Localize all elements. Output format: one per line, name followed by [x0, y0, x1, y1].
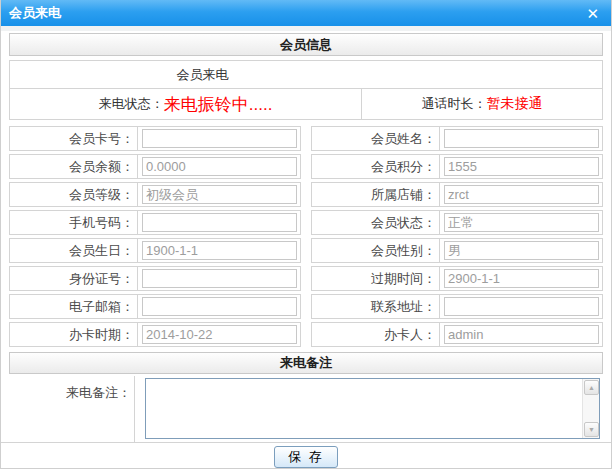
member-call-dialog: 会员来电 ✕ 会员信息 会员来电 来电状态： 来电振铃中..... 通话时长： … [0, 0, 612, 469]
field-label: 办卡时期： [10, 323, 138, 346]
titlebar: 会员来电 ✕ [1, 0, 611, 26]
form-row: 手机号码： [9, 210, 301, 235]
call-duration-cell: 通话时长： 暂未接通 [362, 89, 602, 119]
address-input[interactable] [444, 297, 599, 316]
remark-textarea-box: ▲ ▼ [145, 378, 600, 439]
card-issuer-input[interactable] [444, 325, 599, 344]
field-label: 会员积分： [312, 155, 440, 178]
points-input[interactable] [444, 157, 599, 176]
dialog-body: 会员信息 会员来电 来电状态： 来电振铃中..... 通话时长： 暂未接通 会员… [1, 31, 611, 469]
expiry-date-input[interactable] [444, 269, 599, 288]
form-row: 办卡时期： [9, 322, 301, 347]
form-row: 所属店铺： [311, 182, 603, 207]
dialog-title: 会员来电 [9, 4, 61, 22]
field-label: 会员姓名： [312, 127, 440, 150]
email-input[interactable] [142, 297, 297, 316]
member-level-input[interactable] [142, 185, 297, 204]
call-duration-label: 通话时长： [422, 95, 487, 113]
birthday-input[interactable] [142, 241, 297, 260]
form-right-column: 会员姓名： 会员积分： 所属店铺： 会员状态： 会员性别： [311, 126, 603, 350]
field-label: 办卡人： [312, 323, 440, 346]
form-row: 过期时间： [311, 266, 603, 291]
gender-input[interactable] [444, 241, 599, 260]
member-form: 会员卡号： 会员余额： 会员等级： 手机号码： 会员生日： [9, 126, 603, 350]
field-label: 会员余额： [10, 155, 138, 178]
call-status-label: 来电状态： [99, 95, 164, 113]
member-status-input[interactable] [444, 213, 599, 232]
field-label: 身份证号： [10, 267, 138, 290]
scroll-down-icon[interactable]: ▼ [584, 422, 599, 437]
card-date-input[interactable] [142, 325, 297, 344]
member-card-input[interactable] [142, 129, 297, 148]
call-status-row: 来电状态： 来电振铃中..... 通话时长： 暂未接通 [10, 89, 602, 119]
field-label: 会员卡号： [10, 127, 138, 150]
field-label: 会员等级： [10, 183, 138, 206]
field-label: 会员状态： [312, 211, 440, 234]
remark-section-header: 来电备注 [9, 352, 603, 374]
form-row: 办卡人： [311, 322, 603, 347]
form-row: 会员生日： [9, 238, 301, 263]
shop-input[interactable] [444, 185, 599, 204]
field-label: 联系地址： [312, 295, 440, 318]
form-row: 会员等级： [9, 182, 301, 207]
form-row: 会员余额： [9, 154, 301, 179]
footer: 保 存 [9, 443, 603, 469]
call-title-row: 会员来电 [10, 61, 602, 89]
remark-row: 来电备注： ▲ ▼ [0, 376, 612, 443]
form-left-column: 会员卡号： 会员余额： 会员等级： 手机号码： 会员生日： [9, 126, 301, 350]
call-title: 会员来电 [10, 66, 395, 84]
form-row: 会员状态： [311, 210, 603, 235]
phone-input[interactable] [142, 213, 297, 232]
form-row: 电子邮箱： [9, 294, 301, 319]
id-number-input[interactable] [142, 269, 297, 288]
call-status-cell: 来电状态： 来电振铃中..... [10, 89, 362, 119]
field-label: 电子邮箱： [10, 295, 138, 318]
close-icon[interactable]: ✕ [586, 6, 599, 21]
member-name-input[interactable] [444, 129, 599, 148]
remark-textarea[interactable] [146, 379, 581, 438]
balance-input[interactable] [142, 157, 297, 176]
field-label: 所属店铺： [312, 183, 440, 206]
save-button[interactable]: 保 存 [274, 446, 338, 468]
textarea-scrollbar[interactable]: ▲ ▼ [582, 379, 599, 438]
remark-field-area: ▲ ▼ [135, 376, 604, 442]
call-info-box: 会员来电 来电状态： 来电振铃中..... 通话时长： 暂未接通 [9, 60, 603, 120]
call-status-value: 来电振铃中..... [164, 93, 273, 116]
remark-label: 来电备注： [8, 376, 135, 442]
field-label: 会员生日： [10, 239, 138, 262]
field-label: 会员性别： [312, 239, 440, 262]
form-row: 会员卡号： [9, 126, 301, 151]
scroll-up-icon[interactable]: ▲ [584, 380, 599, 395]
field-label: 手机号码： [10, 211, 138, 234]
field-label: 过期时间： [312, 267, 440, 290]
form-row: 会员积分： [311, 154, 603, 179]
call-duration-value: 暂未接通 [487, 95, 543, 113]
form-row: 联系地址： [311, 294, 603, 319]
member-info-header: 会员信息 [9, 33, 603, 56]
form-row: 身份证号： [9, 266, 301, 291]
form-row: 会员姓名： [311, 126, 603, 151]
form-row: 会员性别： [311, 238, 603, 263]
